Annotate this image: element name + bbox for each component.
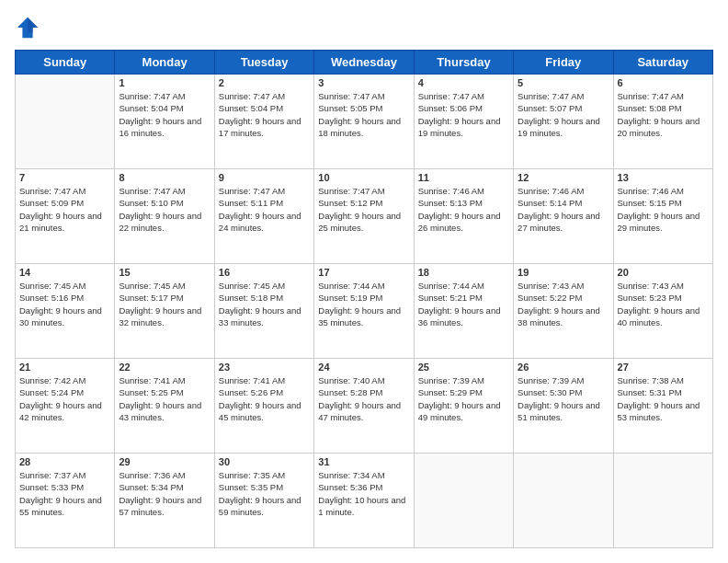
- calendar-cell: [16, 75, 115, 169]
- day-number: 2: [219, 77, 310, 88]
- calendar-week-1: 1Sunrise: 7:47 AMSunset: 5:04 PMDaylight…: [16, 75, 713, 169]
- day-number: 28: [19, 456, 110, 467]
- calendar-cell: 1Sunrise: 7:47 AMSunset: 5:04 PMDaylight…: [115, 75, 214, 169]
- weekday-header-sunday: Sunday: [16, 51, 115, 75]
- calendar-cell: 7Sunrise: 7:47 AMSunset: 5:09 PMDaylight…: [16, 169, 115, 264]
- calendar-cell: 8Sunrise: 7:47 AMSunset: 5:10 PMDaylight…: [115, 169, 214, 264]
- calendar-cell: [613, 454, 712, 548]
- weekday-header-wednesday: Wednesday: [314, 51, 414, 75]
- day-number: 9: [219, 172, 310, 183]
- calendar-cell: 20Sunrise: 7:43 AMSunset: 5:23 PMDayligh…: [613, 264, 712, 359]
- day-info: Sunrise: 7:45 AMSunset: 5:16 PMDaylight:…: [19, 280, 110, 328]
- day-number: 30: [219, 456, 310, 467]
- day-number: 18: [418, 267, 509, 278]
- day-number: 27: [618, 362, 709, 373]
- day-info: Sunrise: 7:40 AMSunset: 5:28 PMDaylight:…: [318, 374, 409, 423]
- day-number: 12: [518, 172, 609, 183]
- day-info: Sunrise: 7:42 AMSunset: 5:24 PMDaylight:…: [19, 374, 110, 423]
- day-info: Sunrise: 7:47 AMSunset: 5:05 PMDaylight:…: [318, 90, 409, 139]
- day-info: Sunrise: 7:45 AMSunset: 5:18 PMDaylight:…: [219, 280, 310, 328]
- calendar-cell: 9Sunrise: 7:47 AMSunset: 5:11 PMDaylight…: [214, 169, 313, 264]
- calendar-cell: 22Sunrise: 7:41 AMSunset: 5:25 PMDayligh…: [115, 359, 214, 454]
- day-info: Sunrise: 7:38 AMSunset: 5:31 PMDaylight:…: [618, 374, 709, 423]
- day-info: Sunrise: 7:46 AMSunset: 5:13 PMDaylight:…: [418, 185, 509, 234]
- calendar-cell: 25Sunrise: 7:39 AMSunset: 5:29 PMDayligh…: [414, 359, 513, 454]
- calendar-cell: 24Sunrise: 7:40 AMSunset: 5:28 PMDayligh…: [314, 359, 414, 454]
- day-number: 31: [318, 456, 409, 467]
- day-number: 3: [318, 77, 409, 88]
- weekday-header-monday: Monday: [115, 51, 214, 75]
- calendar-table: SundayMondayTuesdayWednesdayThursdayFrid…: [15, 50, 713, 548]
- calendar-cell: 31Sunrise: 7:34 AMSunset: 5:36 PMDayligh…: [314, 454, 414, 548]
- day-info: Sunrise: 7:45 AMSunset: 5:17 PMDaylight:…: [119, 280, 210, 328]
- calendar-cell: 13Sunrise: 7:46 AMSunset: 5:15 PMDayligh…: [613, 169, 712, 264]
- day-info: Sunrise: 7:47 AMSunset: 5:10 PMDaylight:…: [119, 185, 210, 234]
- day-info: Sunrise: 7:39 AMSunset: 5:30 PMDaylight:…: [518, 374, 609, 423]
- calendar-cell: 10Sunrise: 7:47 AMSunset: 5:12 PMDayligh…: [314, 169, 414, 264]
- calendar-cell: 21Sunrise: 7:42 AMSunset: 5:24 PMDayligh…: [16, 359, 115, 454]
- day-info: Sunrise: 7:36 AMSunset: 5:34 PMDaylight:…: [119, 469, 210, 518]
- day-number: 8: [119, 172, 210, 183]
- day-number: 4: [418, 77, 509, 88]
- calendar-week-4: 21Sunrise: 7:42 AMSunset: 5:24 PMDayligh…: [16, 359, 713, 454]
- day-info: Sunrise: 7:39 AMSunset: 5:29 PMDaylight:…: [418, 374, 509, 423]
- day-number: 7: [19, 172, 110, 183]
- calendar-cell: 3Sunrise: 7:47 AMSunset: 5:05 PMDaylight…: [314, 75, 414, 169]
- calendar-cell: 16Sunrise: 7:45 AMSunset: 5:18 PMDayligh…: [214, 264, 313, 359]
- calendar-cell: 30Sunrise: 7:35 AMSunset: 5:35 PMDayligh…: [214, 454, 313, 548]
- calendar-cell: [414, 454, 513, 548]
- day-number: 21: [19, 362, 110, 373]
- calendar-week-5: 28Sunrise: 7:37 AMSunset: 5:33 PMDayligh…: [16, 454, 713, 548]
- day-number: 26: [518, 362, 609, 373]
- calendar-cell: 18Sunrise: 7:44 AMSunset: 5:21 PMDayligh…: [414, 264, 513, 359]
- calendar-cell: 15Sunrise: 7:45 AMSunset: 5:17 PMDayligh…: [115, 264, 214, 359]
- calendar-cell: 26Sunrise: 7:39 AMSunset: 5:30 PMDayligh…: [514, 359, 613, 454]
- day-info: Sunrise: 7:47 AMSunset: 5:04 PMDaylight:…: [119, 90, 210, 139]
- calendar-cell: 29Sunrise: 7:36 AMSunset: 5:34 PMDayligh…: [115, 454, 214, 548]
- day-number: 25: [418, 362, 509, 373]
- page: SundayMondayTuesdayWednesdayThursdayFrid…: [0, 0, 728, 563]
- calendar-cell: 4Sunrise: 7:47 AMSunset: 5:06 PMDaylight…: [414, 75, 513, 169]
- calendar-cell: 6Sunrise: 7:47 AMSunset: 5:08 PMDaylight…: [613, 75, 712, 169]
- day-info: Sunrise: 7:44 AMSunset: 5:21 PMDaylight:…: [418, 280, 509, 328]
- day-number: 1: [119, 77, 210, 88]
- day-number: 14: [19, 267, 110, 278]
- weekday-header-friday: Friday: [514, 51, 613, 75]
- day-number: 10: [318, 172, 409, 183]
- day-info: Sunrise: 7:35 AMSunset: 5:35 PMDaylight:…: [219, 469, 310, 518]
- calendar-cell: [514, 454, 613, 548]
- day-info: Sunrise: 7:46 AMSunset: 5:14 PMDaylight:…: [518, 185, 609, 234]
- day-info: Sunrise: 7:47 AMSunset: 5:09 PMDaylight:…: [19, 185, 110, 234]
- day-number: 20: [618, 267, 709, 278]
- weekday-header-thursday: Thursday: [414, 51, 513, 75]
- day-info: Sunrise: 7:47 AMSunset: 5:04 PMDaylight:…: [219, 90, 310, 139]
- day-info: Sunrise: 7:43 AMSunset: 5:22 PMDaylight:…: [518, 280, 609, 328]
- day-number: 5: [518, 77, 609, 88]
- day-info: Sunrise: 7:41 AMSunset: 5:26 PMDaylight:…: [219, 374, 310, 423]
- day-number: 16: [219, 267, 310, 278]
- day-number: 22: [119, 362, 210, 373]
- calendar-cell: 17Sunrise: 7:44 AMSunset: 5:19 PMDayligh…: [314, 264, 414, 359]
- weekday-header-tuesday: Tuesday: [214, 51, 313, 75]
- logo: [15, 15, 44, 40]
- day-number: 17: [318, 267, 409, 278]
- day-info: Sunrise: 7:47 AMSunset: 5:11 PMDaylight:…: [219, 185, 310, 234]
- calendar-cell: 2Sunrise: 7:47 AMSunset: 5:04 PMDaylight…: [214, 75, 313, 169]
- calendar-cell: 27Sunrise: 7:38 AMSunset: 5:31 PMDayligh…: [613, 359, 712, 454]
- calendar-cell: 12Sunrise: 7:46 AMSunset: 5:14 PMDayligh…: [514, 169, 613, 264]
- day-info: Sunrise: 7:44 AMSunset: 5:19 PMDaylight:…: [318, 280, 409, 328]
- weekday-header-saturday: Saturday: [613, 51, 712, 75]
- logo-icon: [15, 15, 40, 40]
- day-info: Sunrise: 7:41 AMSunset: 5:25 PMDaylight:…: [119, 374, 210, 423]
- day-number: 13: [618, 172, 709, 183]
- day-number: 24: [318, 362, 409, 373]
- calendar-cell: 5Sunrise: 7:47 AMSunset: 5:07 PMDaylight…: [514, 75, 613, 169]
- calendar-cell: 19Sunrise: 7:43 AMSunset: 5:22 PMDayligh…: [514, 264, 613, 359]
- day-info: Sunrise: 7:34 AMSunset: 5:36 PMDaylight:…: [318, 469, 409, 518]
- day-number: 29: [119, 456, 210, 467]
- calendar-cell: 28Sunrise: 7:37 AMSunset: 5:33 PMDayligh…: [16, 454, 115, 548]
- day-info: Sunrise: 7:43 AMSunset: 5:23 PMDaylight:…: [618, 280, 709, 328]
- day-number: 11: [418, 172, 509, 183]
- day-info: Sunrise: 7:47 AMSunset: 5:08 PMDaylight:…: [618, 90, 709, 139]
- day-info: Sunrise: 7:47 AMSunset: 5:12 PMDaylight:…: [318, 185, 409, 234]
